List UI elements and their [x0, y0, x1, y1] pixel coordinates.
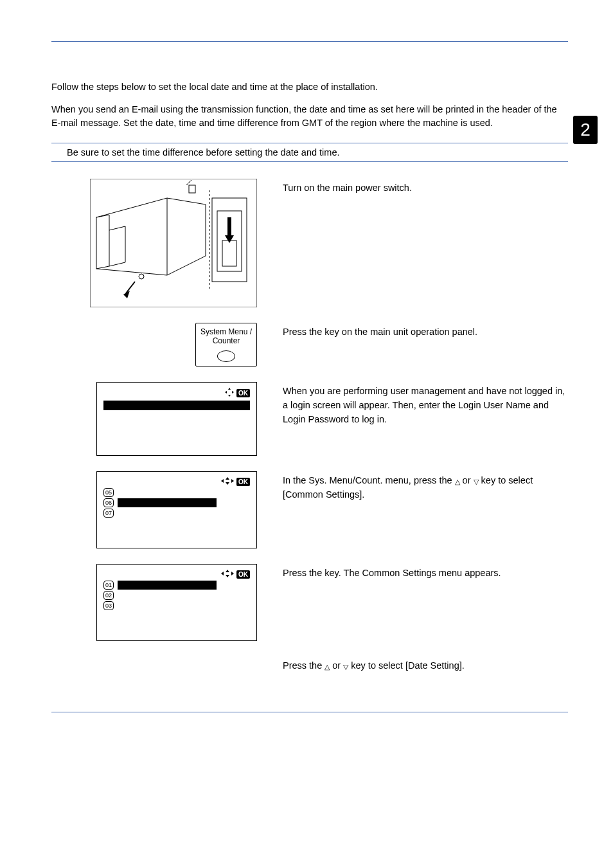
step-5: OK 01 02 03 Press the key. The Common Se…	[51, 564, 568, 641]
chapter-tab: 2	[573, 116, 598, 144]
ok-icon: OK	[236, 570, 250, 579]
step-2: System Menu / Counter Press the key on t…	[51, 323, 568, 366]
step-6: Press the △ or ▽ key to select [Date Set…	[51, 656, 568, 673]
nav-dpad-icon	[225, 388, 234, 399]
nav-arrows-icon	[221, 570, 234, 579]
system-menu-counter-button[interactable]: System Menu / Counter	[195, 323, 257, 366]
button-label-line2: Counter	[196, 336, 256, 345]
svg-marker-15	[232, 391, 234, 393]
step-4: OK 05 06 07 In the Sys. Menu/Count. menu…	[51, 471, 568, 548]
step-3-text: When you are performing user management …	[283, 382, 568, 426]
menu-item[interactable]: 05	[103, 488, 250, 497]
printer-illustration	[90, 179, 257, 307]
svg-rect-10	[189, 185, 195, 193]
note-block: Be sure to set the time difference befor…	[51, 143, 568, 162]
svg-marker-21	[226, 575, 229, 577]
button-label-line1: System Menu /	[196, 327, 256, 336]
sys-menu-screen: OK 05 06 07	[96, 471, 257, 548]
svg-marker-18	[221, 479, 224, 483]
svg-marker-20	[226, 570, 229, 572]
svg-point-1	[139, 274, 144, 279]
login-screen: OK	[96, 382, 257, 456]
svg-rect-6	[222, 240, 236, 266]
bottom-rule	[51, 712, 568, 712]
intro-paragraph-1: Follow the steps below to set the local …	[51, 80, 568, 94]
top-rule	[51, 41, 568, 42]
svg-marker-12	[228, 388, 231, 390]
button-oval-icon	[217, 350, 235, 362]
nav-arrows-icon	[221, 477, 234, 486]
note-text: Be sure to set the time difference befor…	[51, 143, 568, 161]
svg-marker-13	[228, 395, 231, 397]
svg-marker-23	[231, 572, 234, 575]
svg-marker-19	[231, 479, 234, 483]
login-input-field[interactable]	[103, 401, 250, 410]
svg-marker-14	[225, 391, 227, 393]
menu-item[interactable]: 07	[103, 509, 250, 518]
ok-icon: OK	[236, 478, 250, 486]
svg-marker-8	[225, 235, 234, 243]
svg-marker-17	[226, 482, 229, 485]
menu-item-selected[interactable]: 01	[103, 581, 250, 590]
intro-paragraph-2: When you send an E-mail using the transm…	[51, 103, 568, 130]
step-2-text: Press the key on the main unit operation…	[283, 323, 568, 339]
step-1: Turn on the main power switch.	[51, 179, 568, 307]
step-1-text: Turn on the main power switch.	[283, 179, 568, 195]
ok-icon: OK	[236, 389, 250, 397]
common-settings-screen: OK 01 02 03	[96, 564, 257, 641]
up-triangle-icon: △	[455, 478, 460, 485]
menu-item[interactable]: 03	[103, 601, 250, 610]
svg-marker-16	[226, 477, 229, 480]
menu-item[interactable]: 02	[103, 591, 250, 600]
step-4-text: In the Sys. Menu/Count. menu, press the …	[283, 471, 568, 502]
step-3: OK When you are performing user manageme…	[51, 382, 568, 456]
svg-line-2	[126, 282, 135, 293]
down-triangle-icon: ▽	[474, 478, 479, 485]
step-5-text: Press the key. The Common Settings menu …	[283, 564, 568, 581]
svg-marker-22	[221, 572, 224, 575]
step-6-text: Press the △ or ▽ key to select [Date Set…	[283, 656, 568, 673]
svg-line-11	[186, 180, 191, 185]
menu-item-selected[interactable]: 06	[103, 498, 250, 507]
